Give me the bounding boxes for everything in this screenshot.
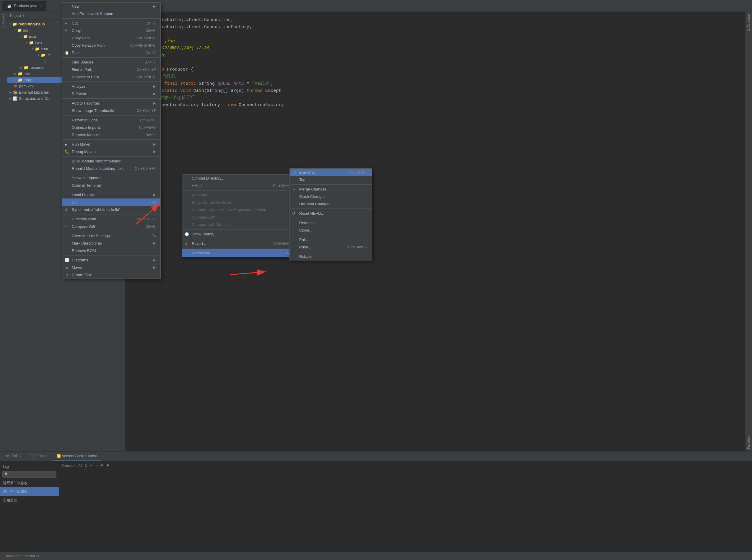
vc-revert-icon[interactable]: ↩ xyxy=(90,463,93,468)
git-compare-with[interactable]: Compare with... xyxy=(182,214,294,221)
menu-module-settings[interactable]: Open Module Settings F4 xyxy=(62,232,160,240)
menu-copy[interactable]: ⎘ Copy Ctrl+C xyxy=(62,27,160,34)
repo-branches[interactable]: ⎇ Branches... Ctrl+Shift+` xyxy=(290,169,372,176)
git-revert[interactable]: ↺ Revert... Ctrl+Alt+Z xyxy=(182,240,294,247)
vc-settings-icon[interactable]: ⚑ xyxy=(106,463,110,468)
menu-label: Compare with... xyxy=(192,215,219,219)
vc-sort-icon[interactable]: ↕ xyxy=(96,463,98,468)
menu-diagrams[interactable]: 📊 Diagrams ▶ xyxy=(62,256,160,264)
menu-mark-directory[interactable]: Mark Directory as ▶ xyxy=(62,240,160,247)
menu-run-maven[interactable]: ▶ Run Maven ▶ xyxy=(62,141,160,148)
tree-label: target xyxy=(24,78,33,82)
repo-rebase[interactable]: Rebase... xyxy=(290,253,372,260)
menu-open-terminal[interactable]: Open in Terminal xyxy=(62,182,160,189)
menu-label: Repository xyxy=(192,251,210,255)
menu-label: Open in Terminal xyxy=(72,183,101,187)
menu-remove-module[interactable]: Remove Module Delete xyxy=(62,131,160,139)
scratches-icon: 📝 xyxy=(13,96,18,101)
menu-copy-relative[interactable]: Copy Relative Path Ctrl+Alt+Shift+C xyxy=(62,42,160,49)
git-add[interactable]: + Add Ctrl+Alt+A xyxy=(182,182,294,189)
menu-copy-path[interactable]: Copy Path Ctrl+Shift+C xyxy=(62,34,160,42)
menu-local-history[interactable]: Local History ▶ xyxy=(62,191,160,199)
menu-directory-path[interactable]: Directory Path Ctrl+Alt+F12 xyxy=(62,215,160,223)
run-icon: ▶ xyxy=(65,142,67,146)
menu-optimize-imports[interactable]: Optimize Imports Ctrl+Alt+O xyxy=(62,124,160,131)
shortcut-remove: Delete xyxy=(145,133,156,137)
sidebar-title-text: Project xyxy=(10,14,21,18)
menu-build-module[interactable]: Build Module 'rabbitmq-hello' xyxy=(62,157,160,165)
vc-refresh-icon[interactable]: ↻ xyxy=(84,463,88,468)
status-bar: Checked out master (a xyxy=(0,552,752,560)
menu-add-favorites[interactable]: Add to Favorites ▶ xyxy=(62,100,160,107)
bottom-panel: ≡ 6: TODO ⬛ Terminal 🔀 Version Control: … xyxy=(0,451,752,552)
menu-find-usages[interactable]: Find Usages Alt+F7 xyxy=(62,59,160,66)
separator xyxy=(290,235,372,235)
git-show-history[interactable]: 🕐 Show History xyxy=(182,231,294,238)
repo-pull[interactable]: ✓ Pull... xyxy=(290,236,372,243)
menu-reformat[interactable]: Reformat Code Ctrl+Alt+L xyxy=(62,116,160,124)
menu-synchronize[interactable]: ↺ Synchronize 'rabbitmq-hello' xyxy=(62,206,160,213)
commit-item-2[interactable]: 进行第一次修改 xyxy=(0,487,59,496)
menu-rebuild-module[interactable]: Rebuild Module 'rabbitmq-hello' Ctrl+Shi… xyxy=(62,165,160,172)
tree-label: java xyxy=(35,40,42,45)
tab-terminal[interactable]: ⬛ Terminal xyxy=(25,452,52,460)
repo-clone[interactable]: Clone... xyxy=(290,226,372,234)
menu-label: Directory Path xyxy=(72,217,96,221)
shortcut-add: Ctrl+Alt+A xyxy=(273,184,289,188)
git-compare-branch[interactable]: Compare with Branch... xyxy=(182,221,294,228)
repository-context-menu[interactable]: ⎇ Branches... Ctrl+Shift+` Tag... ↔ Merg… xyxy=(289,168,372,260)
tab-version-control[interactable]: 🔀 Version Control: Local xyxy=(52,452,101,460)
tab-todo[interactable]: ≡ 6: TODO xyxy=(0,452,25,460)
git-context-menu[interactable]: Commit Directory... + Add Ctrl+Alt+A Ann… xyxy=(182,174,294,257)
menu-label: Copy xyxy=(72,28,81,33)
commit-item-1[interactable]: 进行第二次修改 xyxy=(0,479,59,487)
menu-add-framework[interactable]: Add Framework Support... xyxy=(62,10,160,17)
debug-icon: 🐛 xyxy=(65,150,69,154)
repo-remotes[interactable]: Remotes... xyxy=(290,219,372,226)
menu-replace-in-path[interactable]: Replace in Path... Ctrl+Shift+R xyxy=(62,73,160,81)
code-line-11: private final static String QUEUE_NAME =… xyxy=(132,80,738,87)
menu-compare-with[interactable]: ↔ Compare With... Ctrl+D xyxy=(62,223,160,230)
git-commit-dir[interactable]: Commit Directory... xyxy=(182,175,294,182)
menu-maven[interactable]: m Maven ▶ xyxy=(62,264,160,271)
git-show-revision[interactable]: Show Current Revision xyxy=(182,199,294,206)
menu-analyze[interactable]: Analyze ▶ xyxy=(62,83,160,90)
menu-create-gist[interactable]: ⬡ Create Gist... xyxy=(62,271,160,279)
folder-icon: 📁 xyxy=(41,53,45,57)
repo-push[interactable]: Push... Ctrl+Shift+K xyxy=(290,243,372,251)
menu-find-in-path[interactable]: Find in Path... Ctrl+Shift+F xyxy=(62,66,160,73)
project-panel-label[interactable]: 1: Project xyxy=(0,12,7,30)
menu-show-explorer[interactable]: Show in Explorer xyxy=(62,174,160,182)
vc-search-input[interactable] xyxy=(2,471,56,478)
favorites-label[interactable]: Favorites xyxy=(745,433,752,451)
code-line-7: * 第三次修改 xyxy=(132,52,738,59)
bottom-tabs: ≡ 6: TODO ⬛ Terminal 🔀 Version Control: … xyxy=(0,452,752,461)
menu-remove-bom[interactable]: Remove BOM xyxy=(62,247,160,254)
history-icon: 🕐 xyxy=(185,232,189,236)
repo-stash[interactable]: Stash Changes... xyxy=(290,193,372,200)
vc-view-icon[interactable]: 👁 xyxy=(100,463,104,468)
menu-label: Remove BOM xyxy=(72,248,96,253)
repo-tag[interactable]: Tag... xyxy=(290,176,372,183)
primary-context-menu[interactable]: New ▶ Add Framework Support... ✂ Cut Ctr… xyxy=(62,2,161,279)
menu-git[interactable]: Git ▶ xyxy=(62,199,160,206)
menu-show-thumbnails[interactable]: Show Image Thumbnails Ctrl+Shift+T xyxy=(62,107,160,114)
menu-new[interactable]: New ▶ xyxy=(62,3,160,10)
repo-merge-changes[interactable]: ↔ Merge Changes... xyxy=(290,185,372,193)
repo-reset-head[interactable]: ↺ Reset HEAD... xyxy=(290,210,372,217)
git-compare-same-repo[interactable]: Compare with the Same Repository Version xyxy=(182,206,294,214)
repo-unstash[interactable]: UnStash Changes... xyxy=(290,200,372,208)
producer-tab[interactable]: ☕ Producer.java × xyxy=(2,1,46,11)
menu-refactor[interactable]: Refactor ▶ xyxy=(62,90,160,98)
tab-close-button[interactable]: × xyxy=(40,4,42,8)
menu-paste[interactable]: 📋 Paste Ctrl+V xyxy=(62,49,160,56)
menu-cut[interactable]: ✂ Cut Ctrl+X xyxy=(62,20,160,27)
menu-label: Compare with the Same Repository Version xyxy=(192,208,266,212)
branches-icon: ⎇ xyxy=(292,171,296,175)
structure-label[interactable]: 2: Structure xyxy=(745,12,752,33)
git-annotate[interactable]: Annotate xyxy=(182,192,294,199)
menu-debug-maven[interactable]: 🐛 Debug Maven ▶ xyxy=(62,148,160,155)
sync-icon: ↺ xyxy=(65,208,68,212)
git-repository[interactable]: Repository ▶ xyxy=(182,249,294,257)
commit-item-3[interactable]: 初始提交 xyxy=(0,496,59,504)
